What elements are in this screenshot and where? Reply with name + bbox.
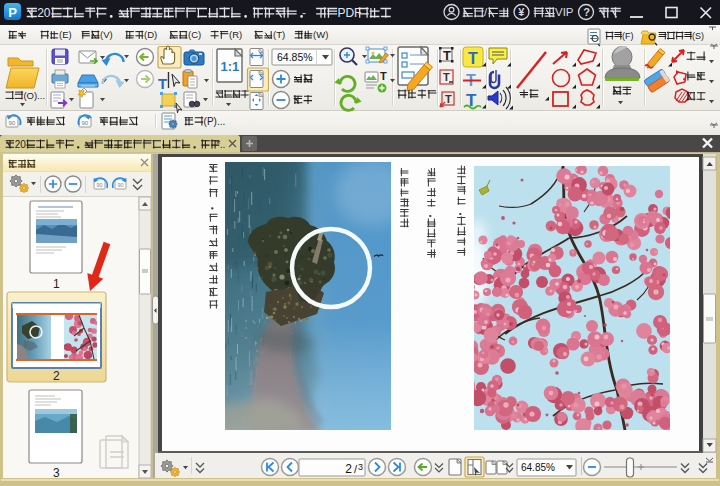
svg-text:T: T: [445, 93, 452, 105]
svg-text:90: 90: [9, 120, 16, 126]
svg-text:(O)...: (O)...: [23, 90, 45, 101]
svg-text:VIP: VIP: [555, 6, 574, 18]
svg-text:T: T: [380, 70, 387, 82]
svg-text:(R): (R): [229, 29, 242, 40]
svg-text:90: 90: [82, 120, 89, 126]
svg-text:(F): (F): [622, 31, 634, 41]
svg-text:1: 1: [53, 277, 60, 291]
svg-text:..: ..: [220, 139, 226, 150]
svg-text:3: 3: [53, 466, 60, 480]
svg-text:(C): (C): [188, 29, 201, 40]
svg-text:3: 3: [358, 462, 363, 472]
svg-text:PDF: PDF: [337, 6, 361, 20]
svg-text:(E): (E): [59, 29, 72, 40]
svg-text:P: P: [8, 5, 17, 20]
svg-text:*: *: [216, 138, 221, 150]
svg-text:2: 2: [345, 462, 352, 476]
svg-text:1:1: 1:1: [221, 59, 240, 74]
svg-text:¥: ¥: [518, 6, 525, 18]
svg-text:(T): (T): [273, 29, 285, 40]
svg-text:T: T: [443, 71, 450, 83]
svg-text:(P)...: (P)...: [204, 116, 226, 127]
svg-text:-: -: [302, 6, 306, 20]
svg-text:20: 20: [15, 139, 27, 150]
svg-text:(W): (W): [313, 29, 328, 40]
svg-text:20: 20: [37, 6, 51, 20]
svg-text:64.85%: 64.85%: [521, 462, 555, 473]
svg-text:90: 90: [97, 182, 103, 188]
svg-text:90: 90: [118, 182, 124, 188]
svg-text:T: T: [158, 75, 167, 92]
svg-text:2: 2: [53, 369, 60, 383]
svg-text:(D): (D): [144, 29, 157, 40]
svg-text:T: T: [468, 50, 478, 67]
svg-text:(V): (V): [100, 29, 113, 40]
svg-text:64.85%: 64.85%: [277, 51, 313, 63]
svg-text:?: ?: [583, 6, 590, 18]
svg-text:(S): (S): [692, 31, 704, 41]
